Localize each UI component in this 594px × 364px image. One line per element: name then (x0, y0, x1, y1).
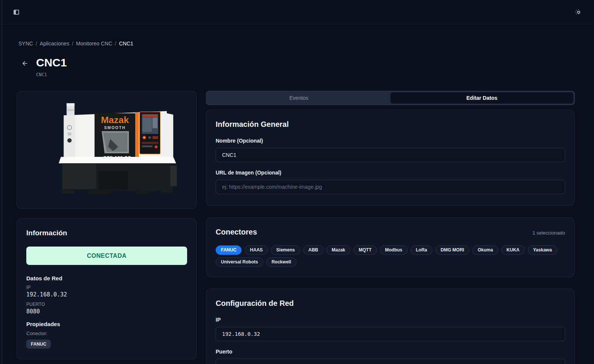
breadcrumb: SYNC/Aplicaciones/Monitoreo CNC/CNC1 (18, 41, 575, 47)
image-url-label: URL de Imagen (Opcional) (216, 170, 565, 176)
general-info-title: Información General (216, 120, 289, 129)
connector-chip-mqtt[interactable]: MQTT (354, 245, 377, 255)
network-config-card: Configuración de Red IP Puerto (206, 289, 575, 364)
connector-chip-abb[interactable]: ABB (303, 245, 323, 255)
breadcrumb-item[interactable]: Monitoreo CNC (76, 41, 112, 47)
config-port-label: Puerto (216, 349, 565, 355)
image-url-input[interactable] (216, 180, 565, 194)
arrow-left-icon (21, 60, 29, 68)
breadcrumb-separator: / (72, 41, 73, 47)
connector-chip-siemens[interactable]: Siemens (271, 245, 300, 255)
tab-eventos[interactable]: Eventos (207, 92, 390, 104)
page-title: CNC1 (36, 56, 67, 69)
connector-chip-lora[interactable]: LoRa (411, 245, 432, 255)
breadcrumb-separator: / (115, 41, 116, 47)
panel-left-icon (13, 9, 20, 15)
connector-chip-yaskawa[interactable]: Yaskawa (528, 245, 557, 255)
breadcrumb-separator: / (36, 41, 37, 47)
svg-text:SMOOTH: SMOOTH (104, 125, 125, 129)
main-content: SYNC/Aplicaciones/Monitoreo CNC/CNC1 CNC… (2, 24, 594, 364)
network-config-title: Configuración de Red (216, 299, 294, 308)
connector-chip-dmg-mori[interactable]: DMG MORI (435, 245, 470, 255)
config-port-input[interactable] (216, 359, 565, 364)
connector-label: Conector: (26, 331, 187, 336)
connector-chip-rockwell[interactable]: Rockwell (266, 257, 296, 267)
connectors-title: Conectores (216, 228, 257, 236)
name-label: Nombre (Opcional) (216, 138, 565, 144)
config-ip-label: IP (216, 317, 565, 323)
connector-chip-haas[interactable]: HAAS (245, 245, 268, 255)
svg-text:Mazak: Mazak (101, 115, 129, 125)
collapsed-sidebar-edge (2, 0, 2, 364)
machine-image: Mazak SMOOTH QTE-100 SG (28, 97, 186, 203)
right-column: EventosEditar Datos Información General … (206, 91, 575, 364)
properties-title: Propiedades (26, 321, 187, 327)
sun-icon (575, 9, 582, 15)
connectors-card: Conectores 1 seleccionado FANUCHAASSieme… (206, 217, 575, 277)
machine-image-card: Mazak SMOOTH QTE-100 SG (17, 91, 197, 209)
connector-chip-universal-robots[interactable]: Universal Robots (216, 257, 263, 267)
general-info-card: Información General Nombre (Opcional) UR… (206, 110, 575, 206)
connector-chip-fanuc[interactable]: FANUC (216, 245, 242, 255)
sidebar-toggle-button[interactable] (11, 7, 21, 17)
left-column: Mazak SMOOTH QTE-100 SG (17, 91, 197, 364)
name-input[interactable] (216, 148, 565, 162)
selected-count: 1 seleccionado (532, 230, 565, 236)
page-subtitle: CNC1 (36, 72, 67, 77)
breadcrumb-item[interactable]: Aplicaciones (40, 41, 70, 47)
config-ip-input[interactable] (216, 327, 565, 341)
connector-chip-mazak[interactable]: Mazak (326, 245, 351, 255)
connector-chip-list: FANUCHAASSiemensABBMazakMQTTModbusLoRaDM… (216, 245, 565, 267)
info-card-title: Información (26, 229, 187, 237)
breadcrumb-item[interactable]: SYNC (18, 41, 33, 47)
network-data-title: Datos de Red (26, 275, 187, 281)
tab-bar: EventosEditar Datos (206, 91, 575, 105)
tab-editar-datos[interactable]: Editar Datos (390, 92, 573, 104)
connector-chip-modbus[interactable]: Modbus (380, 245, 408, 255)
breadcrumb-current: CNC1 (119, 41, 133, 47)
port-label: PUERTO (26, 302, 187, 307)
theme-toggle-button[interactable] (573, 7, 583, 17)
machine-info-card: Información CONECTADA Datos de Red IP 19… (17, 218, 197, 359)
ip-value: 192.168.0.32 (26, 291, 187, 298)
back-button[interactable] (20, 59, 29, 68)
connector-value-badge: FANUC (26, 340, 51, 349)
top-bar (2, 0, 594, 24)
ip-label: IP (26, 285, 187, 290)
page-header: CNC1 CNC1 (17, 56, 575, 77)
connector-chip-kuka[interactable]: KUKA (501, 245, 525, 255)
connection-status-badge: CONECTADA (26, 247, 187, 265)
port-value: 8080 (26, 308, 187, 315)
connector-chip-okuma[interactable]: Okuma (472, 245, 498, 255)
